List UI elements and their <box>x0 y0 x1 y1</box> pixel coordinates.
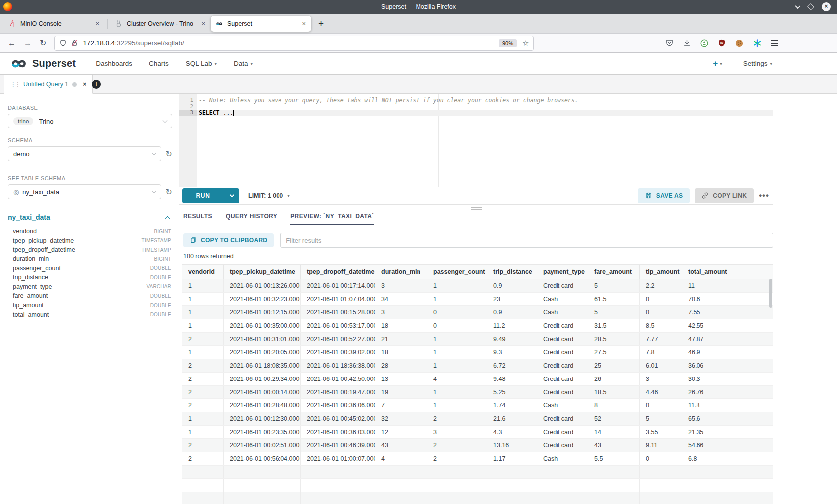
download-icon[interactable] <box>683 39 691 47</box>
chevron-down-icon: ▾ <box>215 61 217 66</box>
text-cursor <box>233 110 234 116</box>
results-header-cell[interactable]: total_amount <box>682 265 773 279</box>
table-cell: 0 <box>640 306 682 319</box>
more-options-button[interactable]: ••• <box>759 191 769 201</box>
url-text: 172.18.0.4:32295/superset/sqllab/ <box>83 39 184 47</box>
run-dropdown-button[interactable] <box>224 188 239 203</box>
schema-select[interactable]: demo <box>8 146 161 161</box>
url-bar[interactable]: 172.18.0.4:32295/superset/sqllab/ 90% ☆ <box>54 36 534 51</box>
shield-icon[interactable] <box>59 39 67 47</box>
tab-close-icon[interactable]: × <box>200 20 206 27</box>
forward-button[interactable]: → <box>24 39 32 48</box>
table-cell: 21 <box>375 333 427 346</box>
table-cell: 8.5 <box>640 319 682 332</box>
table-cell: 1 <box>427 293 487 306</box>
column-type: VARCHAR <box>146 284 172 289</box>
column-item: vendoridBIGINT <box>8 227 172 236</box>
new-tab-button[interactable]: + <box>318 19 324 28</box>
tab-close-icon[interactable]: × <box>94 20 100 27</box>
ublock-shield-icon[interactable]: u0 <box>718 39 726 47</box>
drag-handle-icon[interactable] <box>471 207 482 210</box>
table-cell <box>682 492 773 504</box>
add-new-button[interactable]: + ▾ <box>713 59 722 69</box>
lock-slash-icon[interactable] <box>71 39 78 47</box>
results-header-cell[interactable]: fare_amount <box>588 265 640 279</box>
schema-value: demo <box>13 150 30 158</box>
tab-results[interactable]: RESULTS <box>183 213 212 225</box>
query-tab-active[interactable]: ⋮⋮ Untitled Query 1 × <box>4 75 93 94</box>
browser-tab-minio[interactable]: MinIO Console × <box>4 16 105 32</box>
reload-button[interactable]: ↻ <box>40 38 46 48</box>
tab-query-history[interactable]: QUERY HISTORY <box>226 213 277 225</box>
column-item: tpep_dropoff_datetimeTIMESTAMP <box>8 245 172 254</box>
superset-brand[interactable]: Superset <box>9 57 76 70</box>
tab-close-icon[interactable]: × <box>301 20 307 27</box>
table-row: 12021-06-01 00:13:26.0002021-06-01 00:17… <box>182 279 773 293</box>
menu-hamburger-icon[interactable] <box>771 39 778 48</box>
table-cell: 5 <box>588 306 640 319</box>
copy-link-button[interactable]: COPY LINK <box>695 188 754 203</box>
table-cell <box>224 466 301 479</box>
close-icon[interactable]: × <box>822 2 831 11</box>
pocket-icon[interactable] <box>665 39 674 47</box>
refresh-table-icon[interactable]: ↻ <box>166 187 172 197</box>
settings-menu[interactable]: Settings ▾ <box>743 60 772 67</box>
table-cell <box>487 492 537 504</box>
rows-returned-text: 100 rows returned <box>183 253 773 260</box>
zoom-level-badge[interactable]: 90% <box>499 39 517 47</box>
table-cell: 25 <box>588 359 640 372</box>
filter-results-input[interactable] <box>280 233 773 248</box>
results-header-cell[interactable]: tpep_dropoff_datetime <box>301 265 375 279</box>
url-host: 172.18.0.4 <box>83 39 115 47</box>
results-header-cell[interactable]: trip_distance <box>487 265 537 279</box>
table-cell: 46.9 <box>682 346 773 359</box>
results-header-cell[interactable]: passenger_count <box>427 265 487 279</box>
add-query-tab-button[interactable]: + <box>92 80 101 89</box>
table-select[interactable]: ◎ ny_taxi_data <box>8 184 161 199</box>
nav-item-data[interactable]: Data ▾ <box>234 60 253 67</box>
results-header-cell[interactable]: duration_min <box>375 265 427 279</box>
table-columns-list: vendoridBIGINTtpep_pickup_datetimeTIMEST… <box>8 227 172 319</box>
extension-green-icon[interactable] <box>700 39 709 48</box>
editor-code-area[interactable]: -- Note: Unless you save your query, the… <box>197 94 773 187</box>
asterisk-extension-icon[interactable] <box>753 39 762 48</box>
run-button[interactable]: RUN <box>182 188 239 203</box>
database-select[interactable]: trino Trino <box>8 114 172 128</box>
results-header-cell[interactable]: tip_amount <box>640 265 682 279</box>
drag-grip-icon[interactable]: ⋮⋮ <box>10 81 19 88</box>
copy-to-clipboard-button[interactable]: COPY TO CLIPBOARD <box>183 233 274 247</box>
nav-item-sql-lab[interactable]: SQL Lab ▾ <box>186 60 217 67</box>
table-cell: 5.5 <box>588 452 640 465</box>
back-button[interactable]: ← <box>8 39 16 48</box>
results-header-cell[interactable]: payment_type <box>537 265 588 279</box>
refresh-schema-icon[interactable]: ↻ <box>166 149 172 159</box>
nav-item-charts[interactable]: Charts <box>149 60 169 67</box>
table-scrollbar-thumb[interactable] <box>769 279 772 308</box>
limit-dropdown[interactable]: LIMIT: 1 000 ▾ <box>248 192 290 199</box>
query-tab-close-icon[interactable]: × <box>83 81 86 88</box>
table-cell: 0 <box>427 306 487 319</box>
column-name: vendorid <box>13 228 37 235</box>
table-row: 22021-06-01 00:02:51.0002021-06-01 00:46… <box>182 439 773 452</box>
chevron-up-icon[interactable] <box>165 216 170 221</box>
url-path: :32295/superset/sqllab/ <box>115 39 184 47</box>
cookie-extension-icon[interactable] <box>735 39 744 48</box>
diamond-icon[interactable] <box>807 3 814 10</box>
save-floppy-icon <box>645 192 652 199</box>
results-header-cell[interactable]: vendorid <box>182 265 224 279</box>
nav-item-dashboards[interactable]: Dashboards <box>96 60 132 67</box>
trino-bunny-icon <box>115 20 123 28</box>
table-panel-header[interactable]: ny_taxi_data <box>8 213 172 221</box>
chevron-down-icon <box>229 192 234 197</box>
column-type: TIMESTAMP <box>142 247 172 252</box>
results-header-cell[interactable]: tpep_pickup_datetime <box>224 265 301 279</box>
browser-tab-trino[interactable]: Cluster Overview - Trino × <box>110 16 211 32</box>
bookmark-star-icon[interactable]: ☆ <box>522 39 529 48</box>
tab-preview-table[interactable]: PREVIEW: `NY_TAXI_DATA` <box>290 213 374 225</box>
sql-editor[interactable]: 1 2 3 -- Note: Unless you save your quer… <box>179 94 773 187</box>
superset-logo-icon <box>9 57 29 70</box>
table-cell <box>182 479 224 492</box>
chevron-down-icon[interactable] <box>795 3 800 9</box>
browser-tab-superset[interactable]: Superset × <box>211 16 311 32</box>
save-as-button[interactable]: SAVE AS <box>638 188 690 203</box>
